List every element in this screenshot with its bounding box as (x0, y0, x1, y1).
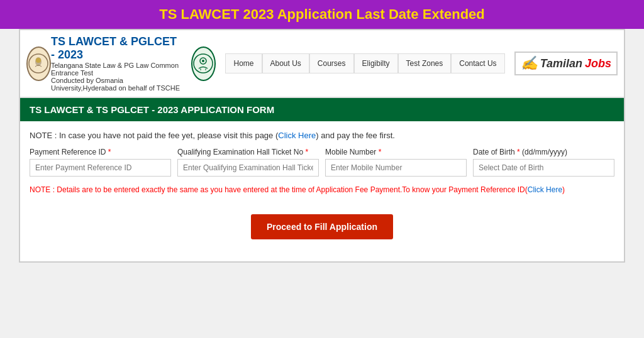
site-title: TS LAWCET & PGLCET - 2023 (51, 35, 182, 62)
payment-reference-input[interactable] (30, 159, 171, 177)
note-bottom-suffix: ) (562, 185, 565, 194)
site-title-block: TS LAWCET & PGLCET - 2023 Telangana Stat… (51, 35, 182, 92)
svg-point-3 (194, 54, 213, 73)
note-top: NOTE : In case you have not paid the fee… (30, 131, 614, 140)
outer-wrapper: TS LAWCET 2023 Application Last Date Ext… (0, 0, 644, 338)
dob-input[interactable] (473, 159, 614, 177)
field-group-mobile: Mobile Number * (325, 148, 467, 177)
click-here-payment-ref-link[interactable]: Click Here (528, 185, 562, 194)
form-fields-row: Payment Reference ID * Qualifying Examin… (30, 148, 614, 177)
brand-name: Tamilan (540, 57, 582, 70)
left-emblem (26, 46, 51, 81)
main-content: TS LAWCET & PGLCET - 2023 Telangana Stat… (19, 29, 625, 263)
label-mobile: Mobile Number * (325, 148, 467, 156)
note-top-suffix: ) and pay the fee first. (316, 131, 395, 140)
site-subtitle2: Conducted by Osmania University,Hyderaba… (51, 77, 182, 92)
site-header: TS LAWCET & PGLCET - 2023 Telangana Stat… (20, 30, 624, 98)
svg-point-5 (202, 60, 204, 62)
nav-contact-us[interactable]: Contact Us (451, 53, 504, 74)
label-dob: Date of Birth * (dd/mm/yyyy) (473, 148, 614, 156)
note-bottom-prefix: NOTE : Details are to be entered exactly… (30, 185, 528, 194)
top-banner: TS LAWCET 2023 Application Last Date Ext… (0, 0, 644, 29)
brand-jobs: Jobs (585, 57, 611, 70)
nav-eligibility[interactable]: Eligibilty (354, 53, 398, 74)
note-top-prefix: NOTE : In case you have not paid the fee… (30, 131, 278, 140)
svg-point-2 (36, 58, 41, 63)
submit-area: Proceed to Fill Application (30, 208, 614, 252)
nav-test-zones[interactable]: Test Zones (398, 53, 452, 74)
label-payment-ref: Payment Reference ID * (30, 148, 171, 156)
form-title: TS LAWCET & TS PGLCET - 2023 APPLICATION… (20, 98, 624, 121)
nav-home[interactable]: Home (225, 53, 262, 74)
mobile-number-input[interactable] (325, 159, 467, 177)
proceed-button[interactable]: Proceed to Fill Application (251, 214, 393, 239)
hall-ticket-input[interactable] (177, 159, 319, 177)
click-here-fee-link[interactable]: Click Here (278, 131, 316, 140)
note-bottom: NOTE : Details are to be entered exactly… (30, 184, 614, 195)
logo-area: TS LAWCET & PGLCET - 2023 Telangana Stat… (26, 35, 225, 92)
nav-menu: Home About Us Courses Eligibilty Test Zo… (225, 53, 504, 74)
form-body: NOTE : In case you have not paid the fee… (20, 121, 624, 261)
nav-courses[interactable]: Courses (309, 53, 354, 74)
page-title: TS LAWCET 2023 Application Last Date Ext… (13, 6, 631, 23)
field-group-payment-ref: Payment Reference ID * (30, 148, 171, 177)
application-form-section: TS LAWCET & TS PGLCET - 2023 APPLICATION… (20, 98, 624, 261)
field-group-dob: Date of Birth * (dd/mm/yyyy) (473, 148, 614, 177)
label-hall-ticket: Qualifying Examination Hall Ticket No * (177, 148, 319, 156)
field-group-hall-ticket: Qualifying Examination Hall Ticket No * (177, 148, 319, 177)
site-subtitle1: Telangana State Law & PG Law Common Entr… (51, 62, 182, 77)
middle-emblem (191, 46, 216, 81)
tamilan-jobs-brand: ✍ Tamilan Jobs (514, 52, 618, 75)
nav-about-us[interactable]: About Us (262, 53, 309, 74)
